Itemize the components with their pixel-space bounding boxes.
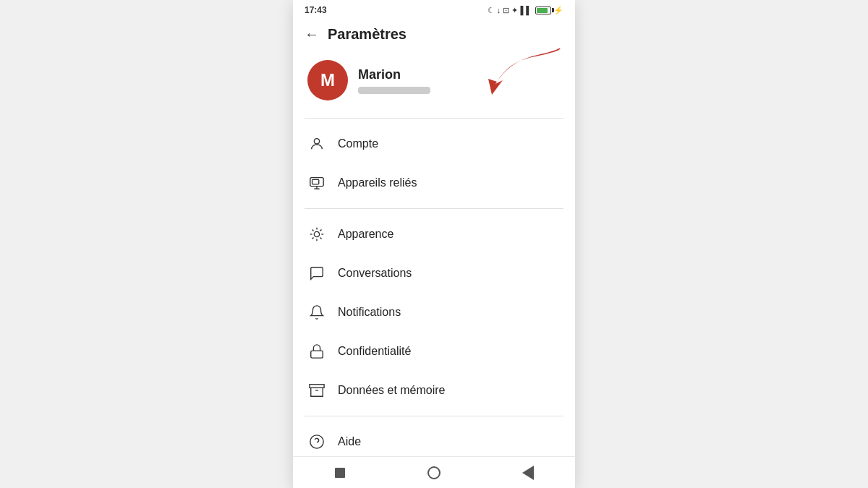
menu-label-aide: Aide bbox=[338, 435, 561, 448]
svg-line-9 bbox=[320, 237, 321, 239]
square-icon bbox=[335, 468, 345, 478]
archive-icon bbox=[307, 381, 326, 400]
menu-item-apparence[interactable]: Apparence bbox=[293, 215, 575, 254]
menu-item-confidentialite[interactable]: Confidentialité bbox=[293, 332, 575, 371]
triangle-icon bbox=[522, 466, 534, 480]
status-bar: 17:43 ☾ ↓ ⊡ ✦ ▌▌ ⚡ bbox=[293, 0, 575, 20]
page-title: Paramètres bbox=[328, 26, 407, 43]
divider-3 bbox=[305, 416, 563, 416]
menu-item-donnees[interactable]: Données et mémoire bbox=[293, 371, 575, 410]
menu-item-notifications[interactable]: Notifications bbox=[293, 293, 575, 332]
lock-icon bbox=[307, 342, 326, 361]
menu-item-compte[interactable]: Compte bbox=[293, 124, 575, 163]
profile-section[interactable]: M Marion bbox=[293, 51, 575, 115]
svg-line-10 bbox=[312, 237, 313, 239]
menu-item-conversations[interactable]: Conversations bbox=[293, 254, 575, 293]
signal-strength: ▌▌ bbox=[520, 6, 532, 14]
annotation-arrow bbox=[481, 44, 568, 109]
help-icon bbox=[307, 432, 326, 451]
bolt-icon: ⚡ bbox=[553, 6, 563, 15]
notification-icons: ☾ ↓ ⊡ ✦ bbox=[488, 6, 519, 15]
sun-icon bbox=[307, 225, 326, 244]
menu-label-appareils: Appareils reliés bbox=[338, 176, 561, 189]
svg-rect-2 bbox=[312, 179, 319, 184]
menu-label-compte: Compte bbox=[338, 137, 561, 150]
profile-name: Marion bbox=[358, 67, 430, 82]
svg-line-11 bbox=[320, 229, 321, 231]
header: ← Paramètres bbox=[293, 20, 575, 51]
menu-item-aide[interactable]: Aide bbox=[293, 422, 575, 461]
profile-info: Marion bbox=[358, 67, 430, 94]
back-button[interactable]: ← bbox=[305, 26, 319, 43]
battery-icon bbox=[535, 7, 551, 14]
menu-section-1: Compte Appareils reliés bbox=[293, 121, 575, 205]
nav-back-button[interactable] bbox=[518, 463, 538, 483]
menu-label-conversations: Conversations bbox=[338, 267, 561, 280]
chat-icon bbox=[307, 264, 326, 283]
bell-icon bbox=[307, 303, 326, 322]
avatar: M bbox=[307, 60, 348, 100]
menu-section-2: Apparence Conversations Notifications Co… bbox=[293, 212, 575, 413]
menu-item-appareils[interactable]: Appareils reliés bbox=[293, 163, 575, 202]
menu-label-apparence: Apparence bbox=[338, 228, 561, 241]
nav-square-button[interactable] bbox=[330, 463, 350, 483]
divider-1 bbox=[305, 118, 563, 119]
svg-point-0 bbox=[314, 139, 319, 144]
nav-circle-button[interactable] bbox=[424, 463, 444, 483]
svg-point-3 bbox=[314, 231, 319, 236]
svg-rect-12 bbox=[311, 351, 323, 358]
svg-rect-13 bbox=[310, 385, 324, 388]
divider-2 bbox=[305, 208, 563, 209]
menu-label-confidentialite: Confidentialité bbox=[338, 345, 561, 358]
user-icon bbox=[307, 134, 326, 153]
monitor-icon bbox=[307, 174, 326, 192]
svg-line-8 bbox=[312, 229, 313, 231]
svg-point-15 bbox=[310, 435, 323, 448]
profile-phone bbox=[358, 87, 430, 94]
menu-label-notifications: Notifications bbox=[338, 306, 561, 319]
bottom-nav bbox=[293, 456, 575, 488]
status-icons: ☾ ↓ ⊡ ✦ ▌▌ ⚡ bbox=[488, 6, 563, 15]
menu-label-donnees: Données et mémoire bbox=[338, 384, 561, 397]
circle-icon bbox=[427, 466, 441, 479]
phone-screen: 17:43 ☾ ↓ ⊡ ✦ ▌▌ ⚡ ← Paramètres M Marion bbox=[293, 0, 575, 488]
status-time: 17:43 bbox=[305, 5, 327, 15]
